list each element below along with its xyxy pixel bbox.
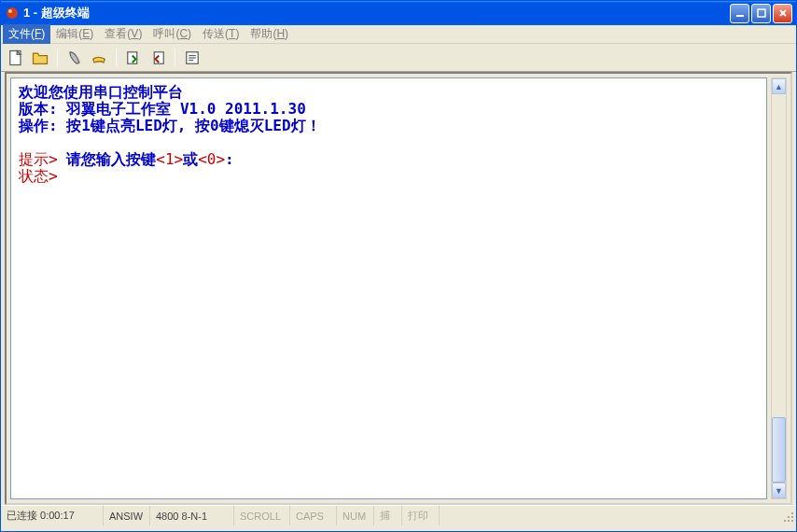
open-folder-icon[interactable] xyxy=(31,49,49,67)
svg-point-1 xyxy=(8,9,12,13)
menu-view[interactable]: 查看(V) xyxy=(99,24,147,44)
scroll-down-icon[interactable]: ▼ xyxy=(772,483,786,498)
status-capture: 捕 xyxy=(374,506,402,525)
window-title: 1 - 超级终端 xyxy=(23,5,730,21)
svg-rect-3 xyxy=(758,9,765,17)
scroll-up-icon[interactable]: ▲ xyxy=(772,78,786,94)
svg-rect-2 xyxy=(736,15,744,17)
status-scroll: SCROLL xyxy=(234,506,290,525)
menu-edit[interactable]: 编辑(E) xyxy=(50,24,99,44)
statusbar: 已连接 0:00:17 ANSIW 4800 8-N-1 SCROLL CAPS… xyxy=(1,505,796,525)
scrollbar[interactable]: ▲ ▼ xyxy=(771,77,787,499)
svg-point-0 xyxy=(7,7,18,19)
status-print: 打印 xyxy=(402,506,440,525)
app-icon xyxy=(5,6,20,21)
prompt-tip-text: 请您输入按键 xyxy=(58,150,157,168)
status-port: 4800 8-N-1 xyxy=(150,506,234,525)
prompt-tip-text: 或 xyxy=(183,150,198,168)
properties-icon[interactable] xyxy=(183,49,202,67)
new-file-icon[interactable] xyxy=(7,49,25,67)
menu-file[interactable]: 文件(F) xyxy=(3,24,50,44)
version-line: 版本: 羽翼电子工作室 V1.0 2011.1.30 xyxy=(19,100,306,118)
send-file-icon[interactable] xyxy=(124,49,143,67)
titlebar[interactable]: 1 - 超级终端 xyxy=(1,1,796,25)
prompt-key-0: <0> xyxy=(198,150,225,168)
maximize-button[interactable] xyxy=(751,4,771,23)
menu-transfer[interactable]: 传送(T) xyxy=(197,24,245,44)
status-connected: 已连接 0:00:17 xyxy=(1,506,104,525)
instruction-line: 操作: 按1键点亮LED灯, 按0键熄灭LED灯！ xyxy=(19,117,321,134)
terminal-output[interactable]: 欢迎您使用串口控制平台 版本: 羽翼电子工作室 V1.0 2011.1.30 操… xyxy=(10,77,767,499)
receive-file-icon[interactable] xyxy=(148,49,167,67)
toolbar xyxy=(1,44,796,72)
toolbar-separator xyxy=(116,49,117,67)
prompt-key-1: <1> xyxy=(156,150,183,168)
status-caps: CAPS xyxy=(290,506,337,525)
prompt-tip-label: 提示> xyxy=(19,150,58,168)
toolbar-separator xyxy=(175,49,175,67)
toolbar-separator xyxy=(57,49,58,67)
phone-disconnect-icon[interactable] xyxy=(90,49,108,67)
menubar: 文件(F) 编辑(E) 查看(V) 呼叫(C) 传送(T) 帮助(H) xyxy=(1,25,796,44)
window-controls xyxy=(730,4,792,23)
menu-help[interactable]: 帮助(H) xyxy=(245,24,294,44)
content-frame: 欢迎您使用串口控制平台 版本: 羽翼电子工作室 V1.0 2011.1.30 操… xyxy=(5,72,792,505)
scroll-thumb[interactable] xyxy=(772,417,786,483)
status-num: NUM xyxy=(337,506,374,525)
minimize-button[interactable] xyxy=(730,4,749,23)
close-button[interactable] xyxy=(773,4,792,23)
prompt-status-label: 状态> xyxy=(19,167,58,185)
prompt-tip-text: : xyxy=(225,150,234,168)
menu-call[interactable]: 呼叫(C) xyxy=(147,24,197,44)
welcome-line: 欢迎您使用串口控制平台 xyxy=(19,83,183,101)
phone-connect-icon[interactable] xyxy=(65,49,84,67)
resize-grip-icon[interactable] xyxy=(779,508,796,525)
status-emulation: ANSIW xyxy=(104,506,150,525)
